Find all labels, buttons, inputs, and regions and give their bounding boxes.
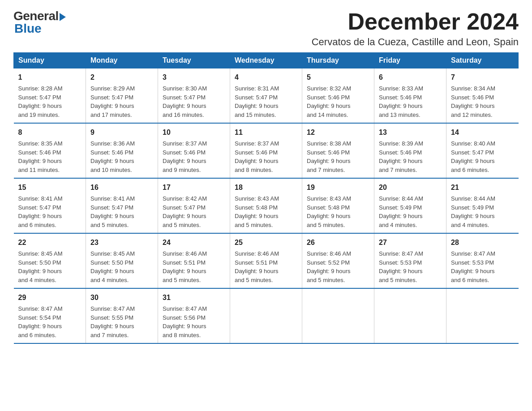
day-number: 22 [18, 237, 82, 248]
day-number: 31 [163, 292, 225, 303]
calendar-cell: 29 Sunrise: 8:47 AMSunset: 5:54 PMDaylig… [14, 288, 86, 343]
day-number: 24 [163, 237, 225, 248]
calendar-cell: 3 Sunrise: 8:30 AMSunset: 5:47 PMDayligh… [158, 68, 230, 124]
day-info: Sunrise: 8:44 AMSunset: 5:49 PMDaylight:… [379, 194, 442, 229]
calendar-cell: 19 Sunrise: 8:43 AMSunset: 5:48 PMDaylig… [302, 178, 374, 233]
day-number: 21 [451, 182, 514, 193]
title-block: December 2024 Cervatos de la Cueza, Cast… [312, 9, 519, 48]
header-day-thursday: Thursday [302, 53, 374, 68]
calendar-cell: 10 Sunrise: 8:37 AMSunset: 5:46 PMDaylig… [158, 123, 230, 178]
day-info: Sunrise: 8:37 AMSunset: 5:46 PMDaylight:… [235, 139, 297, 174]
day-info: Sunrise: 8:33 AMSunset: 5:46 PMDaylight:… [379, 84, 442, 119]
day-number: 9 [90, 127, 153, 138]
day-number: 25 [235, 237, 297, 248]
calendar-cell: 26 Sunrise: 8:46 AMSunset: 5:52 PMDaylig… [302, 233, 374, 288]
day-info: Sunrise: 8:43 AMSunset: 5:48 PMDaylight:… [235, 194, 297, 229]
day-info: Sunrise: 8:47 AMSunset: 5:55 PMDaylight:… [90, 304, 153, 339]
day-info: Sunrise: 8:46 AMSunset: 5:51 PMDaylight:… [235, 249, 297, 284]
page-header: General Blue December 2024 Cervatos de l… [13, 9, 519, 48]
day-number: 12 [307, 127, 369, 138]
day-number: 26 [307, 237, 369, 248]
day-info: Sunrise: 8:37 AMSunset: 5:46 PMDaylight:… [163, 139, 225, 174]
day-number: 20 [379, 182, 442, 193]
day-number: 19 [307, 182, 369, 193]
calendar-cell [302, 288, 374, 343]
calendar-cell: 14 Sunrise: 8:40 AMSunset: 5:47 PMDaylig… [446, 123, 519, 178]
calendar-cell: 18 Sunrise: 8:43 AMSunset: 5:48 PMDaylig… [230, 178, 302, 233]
calendar-cell [230, 288, 302, 343]
day-info: Sunrise: 8:39 AMSunset: 5:46 PMDaylight:… [379, 139, 442, 174]
header-day-wednesday: Wednesday [230, 53, 302, 68]
day-info: Sunrise: 8:45 AMSunset: 5:50 PMDaylight:… [90, 249, 153, 284]
day-info: Sunrise: 8:35 AMSunset: 5:46 PMDaylight:… [18, 139, 82, 174]
day-info: Sunrise: 8:46 AMSunset: 5:51 PMDaylight:… [163, 249, 225, 284]
day-number: 7 [451, 72, 514, 83]
day-info: Sunrise: 8:41 AMSunset: 5:47 PMDaylight:… [90, 194, 153, 229]
calendar-cell: 25 Sunrise: 8:46 AMSunset: 5:51 PMDaylig… [230, 233, 302, 288]
calendar-cell: 16 Sunrise: 8:41 AMSunset: 5:47 PMDaylig… [86, 178, 158, 233]
day-info: Sunrise: 8:31 AMSunset: 5:47 PMDaylight:… [235, 84, 297, 119]
calendar-cell: 27 Sunrise: 8:47 AMSunset: 5:53 PMDaylig… [374, 233, 446, 288]
day-number: 23 [90, 237, 153, 248]
day-number: 29 [18, 292, 82, 303]
calendar-cell: 20 Sunrise: 8:44 AMSunset: 5:49 PMDaylig… [374, 178, 446, 233]
calendar-cell: 23 Sunrise: 8:45 AMSunset: 5:50 PMDaylig… [86, 233, 158, 288]
logo-arrow-icon [60, 13, 66, 21]
header-day-monday: Monday [86, 53, 158, 68]
calendar-cell [374, 288, 446, 343]
calendar-cell: 6 Sunrise: 8:33 AMSunset: 5:46 PMDayligh… [374, 68, 446, 124]
day-info: Sunrise: 8:36 AMSunset: 5:46 PMDaylight:… [90, 139, 153, 174]
calendar-cell: 12 Sunrise: 8:38 AMSunset: 5:46 PMDaylig… [302, 123, 374, 178]
day-info: Sunrise: 8:29 AMSunset: 5:47 PMDaylight:… [90, 84, 153, 119]
calendar-cell: 5 Sunrise: 8:32 AMSunset: 5:46 PMDayligh… [302, 68, 374, 124]
header-day-friday: Friday [374, 53, 446, 68]
day-number: 4 [235, 72, 297, 83]
location-subtitle: Cervatos de la Cueza, Castille and Leon,… [312, 36, 519, 48]
calendar-cell: 24 Sunrise: 8:46 AMSunset: 5:51 PMDaylig… [158, 233, 230, 288]
day-info: Sunrise: 8:28 AMSunset: 5:47 PMDaylight:… [18, 84, 82, 119]
calendar-cell: 13 Sunrise: 8:39 AMSunset: 5:46 PMDaylig… [374, 123, 446, 178]
calendar-week-5: 29 Sunrise: 8:47 AMSunset: 5:54 PMDaylig… [14, 288, 519, 343]
day-info: Sunrise: 8:47 AMSunset: 5:54 PMDaylight:… [18, 304, 82, 339]
calendar-cell: 8 Sunrise: 8:35 AMSunset: 5:46 PMDayligh… [14, 123, 86, 178]
day-number: 18 [235, 182, 297, 193]
calendar-week-3: 15 Sunrise: 8:41 AMSunset: 5:47 PMDaylig… [14, 178, 519, 233]
calendar-cell: 17 Sunrise: 8:42 AMSunset: 5:47 PMDaylig… [158, 178, 230, 233]
day-info: Sunrise: 8:32 AMSunset: 5:46 PMDaylight:… [307, 84, 369, 119]
day-number: 13 [379, 127, 442, 138]
day-info: Sunrise: 8:45 AMSunset: 5:50 PMDaylight:… [18, 249, 82, 284]
day-number: 15 [18, 182, 82, 193]
header-day-tuesday: Tuesday [158, 53, 230, 68]
calendar-cell: 1 Sunrise: 8:28 AMSunset: 5:47 PMDayligh… [14, 68, 86, 124]
calendar-cell: 21 Sunrise: 8:44 AMSunset: 5:49 PMDaylig… [446, 178, 519, 233]
day-info: Sunrise: 8:38 AMSunset: 5:46 PMDaylight:… [307, 139, 369, 174]
calendar-cell: 28 Sunrise: 8:47 AMSunset: 5:53 PMDaylig… [446, 233, 519, 288]
day-number: 1 [18, 72, 82, 83]
calendar-cell: 22 Sunrise: 8:45 AMSunset: 5:50 PMDaylig… [14, 233, 86, 288]
calendar-cell: 4 Sunrise: 8:31 AMSunset: 5:47 PMDayligh… [230, 68, 302, 124]
day-info: Sunrise: 8:41 AMSunset: 5:47 PMDaylight:… [18, 194, 82, 229]
calendar-week-1: 1 Sunrise: 8:28 AMSunset: 5:47 PMDayligh… [14, 68, 519, 124]
day-info: Sunrise: 8:30 AMSunset: 5:47 PMDaylight:… [163, 84, 225, 119]
calendar-cell: 9 Sunrise: 8:36 AMSunset: 5:46 PMDayligh… [86, 123, 158, 178]
calendar-cell: 2 Sunrise: 8:29 AMSunset: 5:47 PMDayligh… [86, 68, 158, 124]
day-number: 14 [451, 127, 514, 138]
day-number: 11 [235, 127, 297, 138]
day-info: Sunrise: 8:44 AMSunset: 5:49 PMDaylight:… [451, 194, 514, 229]
day-info: Sunrise: 8:40 AMSunset: 5:47 PMDaylight:… [451, 139, 514, 174]
day-number: 17 [163, 182, 225, 193]
calendar-cell: 11 Sunrise: 8:37 AMSunset: 5:46 PMDaylig… [230, 123, 302, 178]
calendar-cell: 31 Sunrise: 8:47 AMSunset: 5:56 PMDaylig… [158, 288, 230, 343]
calendar-table: SundayMondayTuesdayWednesdayThursdayFrid… [13, 52, 519, 344]
day-number: 30 [90, 292, 153, 303]
day-number: 6 [379, 72, 442, 83]
calendar-week-2: 8 Sunrise: 8:35 AMSunset: 5:46 PMDayligh… [14, 123, 519, 178]
header-day-sunday: Sunday [14, 53, 86, 68]
day-number: 10 [163, 127, 225, 138]
day-info: Sunrise: 8:42 AMSunset: 5:47 PMDaylight:… [163, 194, 225, 229]
day-info: Sunrise: 8:46 AMSunset: 5:52 PMDaylight:… [307, 249, 369, 284]
header-day-saturday: Saturday [446, 53, 519, 68]
day-number: 28 [451, 237, 514, 248]
calendar-cell: 30 Sunrise: 8:47 AMSunset: 5:55 PMDaylig… [86, 288, 158, 343]
month-title: December 2024 [312, 9, 519, 34]
